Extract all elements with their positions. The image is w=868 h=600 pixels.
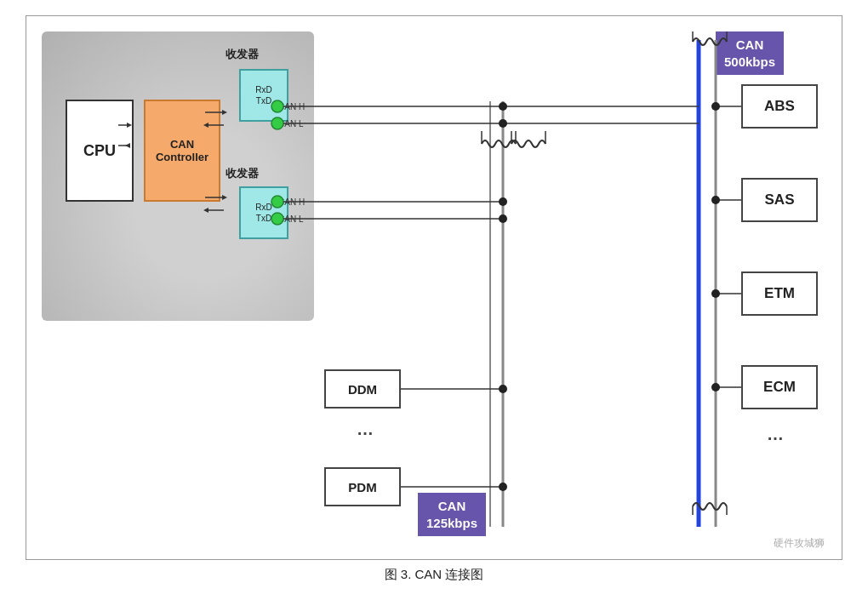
ecm-box: ECM xyxy=(741,365,818,409)
can-controller-box: CANController xyxy=(144,100,220,202)
diagram-caption: 图 3. CAN 连接图 xyxy=(385,567,484,583)
svg-point-28 xyxy=(499,483,507,491)
svg-point-39 xyxy=(499,197,507,206)
etm-box: ETM xyxy=(741,271,818,316)
sas-box: SAS xyxy=(741,178,818,222)
left-panel: CPU CANController 收发器 RxD TxD 收发器 RxD Tx… xyxy=(42,31,314,321)
abs-box: ABS xyxy=(741,84,818,129)
transceiver-bottom-label: 收发器 xyxy=(226,166,259,181)
transceiver-bottom-box: RxD TxD xyxy=(239,186,288,239)
dots-right: … xyxy=(767,425,785,444)
svg-point-30 xyxy=(711,102,720,111)
svg-point-40 xyxy=(499,214,507,223)
svg-point-32 xyxy=(711,196,720,204)
can-125-label: CAN125kbps xyxy=(418,493,486,536)
svg-point-34 xyxy=(711,289,720,298)
can-500-label: CAN500kbps xyxy=(716,31,784,75)
ddm-box: DDM xyxy=(324,369,401,409)
cpu-box: CPU xyxy=(66,100,134,202)
svg-point-27 xyxy=(499,385,507,393)
dots-bottom: … xyxy=(357,420,375,439)
pdm-box: PDM xyxy=(324,467,401,506)
watermark: 硬件攻城狮 xyxy=(774,536,825,551)
diagram-frame: CPU CANController 收发器 RxD TxD 收发器 RxD Tx… xyxy=(26,15,842,560)
svg-point-36 xyxy=(711,383,720,391)
svg-point-37 xyxy=(499,102,507,111)
transceiver-top-box: RxD TxD xyxy=(239,69,288,122)
transceiver-top-label: 收发器 xyxy=(226,47,259,62)
svg-point-38 xyxy=(499,119,507,128)
